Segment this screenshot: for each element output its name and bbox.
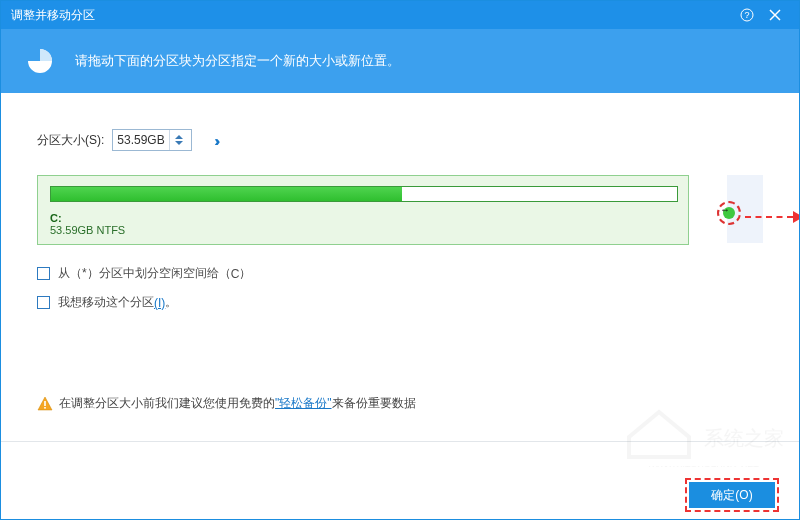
spinner-arrows[interactable] <box>169 130 187 150</box>
checkbox-move[interactable] <box>37 296 50 309</box>
expand-toggle[interactable]: ›› <box>200 132 216 149</box>
partition-visual: C: 53.59GB NTFS ↔ <box>37 175 763 245</box>
watermark: 系统之家 WWW.XITONGZHIJIA.NET <box>609 377 789 467</box>
svg-rect-4 <box>44 401 46 406</box>
annotation-arrowhead-icon <box>793 211 800 223</box>
move-link[interactable]: (I) <box>154 296 165 310</box>
partition-desc: 53.59GB NTFS <box>50 224 676 236</box>
move-label: 我想移动这个分区 <box>58 294 154 311</box>
size-row: 分区大小(S): ›› <box>37 129 763 151</box>
dialog-window: 调整并移动分区 ? 请拖动下面的分区块为分区指定一个新的大小或新位置。 分区大小… <box>0 0 800 520</box>
warning-pre: 在调整分区大小前我们建议您使用免费的 <box>59 395 275 412</box>
resize-arrows-icon: ↔ <box>714 204 736 215</box>
partition-drive-label: C: <box>50 212 676 224</box>
spinner-up-icon[interactable] <box>175 135 183 139</box>
svg-text:WWW.XITONGZHIJIA.NET: WWW.XITONGZHIJIA.NET <box>649 464 759 467</box>
warning-row: 在调整分区大小前我们建议您使用免费的 "轻松备份" 来备份重要数据 <box>37 395 416 412</box>
ok-button[interactable]: 确定(O) <box>689 482 775 508</box>
move-suffix: 。 <box>165 294 177 311</box>
checkbox-carve-row[interactable]: 从（*）分区中划分空闲空间给（ C ） <box>37 265 763 282</box>
banner: 请拖动下面的分区块为分区指定一个新的大小或新位置。 <box>1 29 799 93</box>
svg-rect-5 <box>44 407 46 409</box>
help-icon: ? <box>740 8 754 22</box>
annotation-line <box>745 216 793 218</box>
window-title: 调整并移动分区 <box>11 7 733 24</box>
warning-icon <box>37 396 53 412</box>
carve-label-post: ） <box>239 265 251 282</box>
usage-fill <box>51 187 402 201</box>
svg-text:?: ? <box>744 10 749 20</box>
size-input[interactable] <box>113 130 169 150</box>
size-label: 分区大小(S): <box>37 132 104 149</box>
titlebar: 调整并移动分区 ? <box>1 1 799 29</box>
partition-block[interactable]: C: 53.59GB NTFS <box>37 175 689 245</box>
footer-separator <box>1 441 799 442</box>
partition-icon <box>23 44 57 78</box>
svg-text:系统之家: 系统之家 <box>704 427 784 449</box>
checkbox-move-row[interactable]: 我想移动这个分区 (I) 。 <box>37 294 763 311</box>
carve-label-pre: 从（*）分区中划分空闲空间给（ <box>58 265 231 282</box>
usage-bar <box>50 186 678 202</box>
annotation-arrow <box>745 211 800 223</box>
size-spinner[interactable] <box>112 129 192 151</box>
help-button[interactable]: ? <box>733 1 761 29</box>
warning-post: 来备份重要数据 <box>332 395 416 412</box>
warning-link[interactable]: "轻松备份" <box>275 395 332 412</box>
resize-handle[interactable]: ↔ <box>717 201 741 225</box>
carve-drive: C <box>231 267 240 281</box>
banner-text: 请拖动下面的分区块为分区指定一个新的大小或新位置。 <box>75 52 400 70</box>
spinner-down-icon[interactable] <box>175 141 183 145</box>
content-area: 分区大小(S): ›› C: 53.59GB NTFS <box>1 93 799 311</box>
close-button[interactable] <box>761 1 789 29</box>
close-icon <box>769 9 781 21</box>
checkbox-carve[interactable] <box>37 267 50 280</box>
footer: 确定(O) <box>1 471 799 519</box>
ok-button-wrap: 确定(O) <box>689 482 775 508</box>
